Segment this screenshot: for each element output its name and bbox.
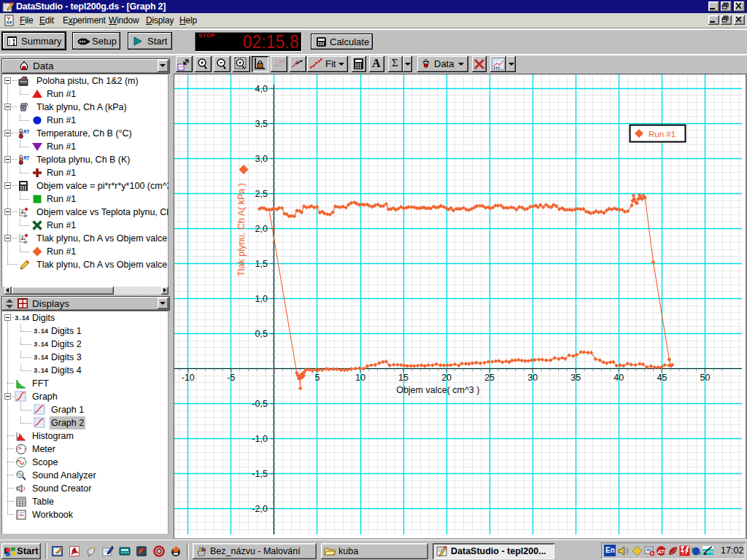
svg-text:-0,5: -0,5 — [252, 399, 268, 409]
svg-text:2,5: 2,5 — [255, 189, 268, 199]
svg-text:30: 30 — [527, 373, 538, 383]
svg-text:3,5: 3,5 — [255, 119, 268, 129]
svg-text:5: 5 — [314, 373, 320, 383]
svg-text:10: 10 — [355, 373, 365, 383]
svg-text:3.14: 3.14 — [34, 341, 49, 349]
svg-text:3.14: 3.14 — [34, 368, 49, 375]
svg-text:-5: -5 — [227, 373, 235, 383]
svg-text:4,0: 4,0 — [255, 84, 268, 94]
svg-text:-10: -10 — [182, 373, 195, 383]
svg-text:-1,0: -1,0 — [252, 434, 268, 444]
svg-text:50: 50 — [700, 373, 710, 383]
svg-text:25: 25 — [484, 373, 495, 383]
svg-text:3.14: 3.14 — [15, 315, 30, 322]
svg-text:3,0: 3,0 — [255, 154, 268, 164]
svg-text:0,5: 0,5 — [255, 329, 268, 339]
svg-text:35: 35 — [570, 373, 581, 383]
svg-text:2,0: 2,0 — [255, 224, 268, 234]
svg-text:RTD: RTD — [23, 129, 29, 134]
svg-text:Objem valce( cm^3 ): Objem valce( cm^3 ) — [396, 385, 479, 395]
svg-text:Run #1: Run #1 — [649, 130, 676, 139]
svg-text:XY: XY — [279, 59, 285, 64]
svg-text:ATI: ATI — [657, 548, 666, 555]
svg-text:RTD: RTD — [23, 155, 29, 160]
svg-text:Tlak plynu, Ch A( kPa ): Tlak plynu, Ch A( kPa ) — [236, 183, 247, 276]
svg-text:40: 40 — [614, 373, 624, 383]
svg-text:1,5: 1,5 — [255, 259, 268, 269]
svg-text:45: 45 — [657, 373, 667, 383]
svg-text:20: 20 — [441, 373, 452, 383]
svg-text:3.14: 3.14 — [34, 354, 49, 362]
svg-text:3.14: 3.14 — [34, 328, 49, 335]
svg-text:1,0: 1,0 — [255, 294, 268, 304]
svg-text:-2,0: -2,0 — [252, 504, 268, 514]
svg-text:-1,5: -1,5 — [252, 469, 268, 479]
svg-text:15: 15 — [398, 373, 409, 383]
